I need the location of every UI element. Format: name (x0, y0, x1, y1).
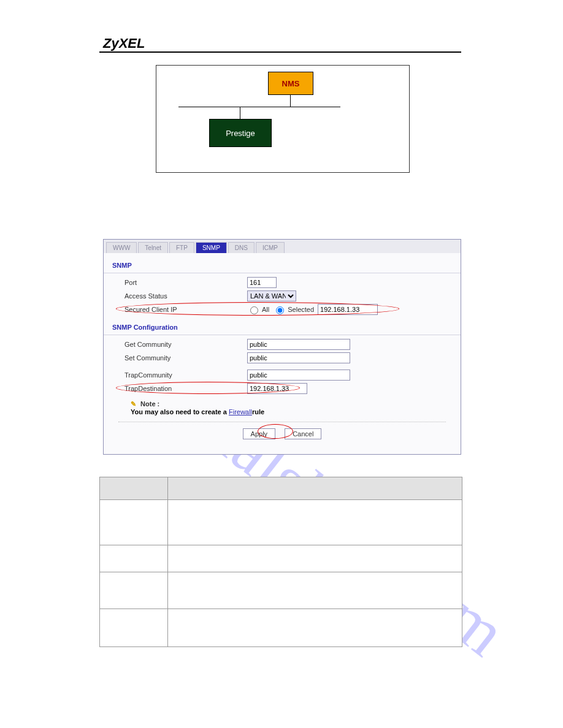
secured-client-label: Secured Client IP (112, 306, 247, 313)
prestige-node: Prestige (209, 119, 272, 147)
snmp-config-panel: WWW Telnet FTP SNMP DNS ICMP SNMP Port A… (103, 239, 461, 455)
tab-telnet[interactable]: Telnet (138, 242, 168, 253)
connector-line (290, 94, 291, 107)
get-community-input[interactable] (247, 339, 350, 350)
note-body: You may also need to create a Firewallru… (131, 408, 264, 415)
tab-bar: WWW Telnet FTP SNMP DNS ICMP (104, 240, 461, 253)
set-community-label: Set Community (112, 354, 247, 362)
port-input[interactable] (247, 277, 277, 288)
connector-line (240, 107, 240, 119)
snmp-section-title: SNMP (112, 262, 452, 269)
firewall-link[interactable]: Firewall (229, 408, 252, 415)
set-community-input[interactable] (247, 352, 350, 363)
secured-selected-radio[interactable] (276, 306, 284, 314)
parameter-table (99, 477, 462, 647)
access-status-label: Access Status (112, 292, 247, 300)
access-status-select[interactable]: LAN & WAN (247, 290, 296, 301)
tab-icmp[interactable]: ICMP (256, 242, 285, 253)
nms-node: NMS (268, 72, 313, 95)
table-header (168, 477, 462, 500)
network-diagram: NMS Prestige (156, 65, 410, 173)
table-cell (100, 545, 168, 572)
note-icon: ✎ (131, 400, 136, 408)
table-cell (168, 609, 462, 647)
divider (104, 335, 461, 335)
note-pre: You may also need to create a (131, 408, 229, 415)
trap-destination-input[interactable] (247, 383, 307, 394)
table-cell (168, 545, 462, 572)
table-header (100, 477, 168, 500)
note-post: rule (252, 408, 264, 415)
port-label: Port (112, 279, 247, 286)
table-cell (100, 500, 168, 545)
table-cell (168, 500, 462, 545)
secured-all-radio[interactable] (250, 306, 258, 314)
header-rule (99, 51, 461, 53)
divider (104, 273, 461, 273)
tab-www[interactable]: WWW (106, 242, 137, 253)
secured-all-label: All (262, 306, 269, 313)
secured-ip-input[interactable] (318, 304, 378, 315)
trap-destination-label: TrapDestination (112, 385, 247, 392)
tab-dns[interactable]: DNS (228, 242, 255, 253)
connector-line (178, 107, 340, 107)
apply-button[interactable]: Apply (243, 428, 276, 439)
get-community-label: Get Community (112, 341, 247, 348)
table-cell (100, 609, 168, 647)
tab-snmp[interactable]: SNMP (196, 242, 227, 253)
secured-selected-label: Selected (288, 306, 314, 313)
note-title: Note : (140, 400, 159, 408)
snmp-config-section-title: SNMP Configuration (112, 324, 452, 331)
trap-community-input[interactable] (247, 370, 350, 381)
tab-ftp[interactable]: FTP (169, 242, 194, 253)
trap-community-label: TrapCommunity (112, 371, 247, 379)
brand-logo: ZyXEL (103, 36, 145, 51)
table-cell (168, 572, 462, 609)
table-cell (100, 572, 168, 609)
cancel-button[interactable]: Cancel (285, 428, 321, 439)
